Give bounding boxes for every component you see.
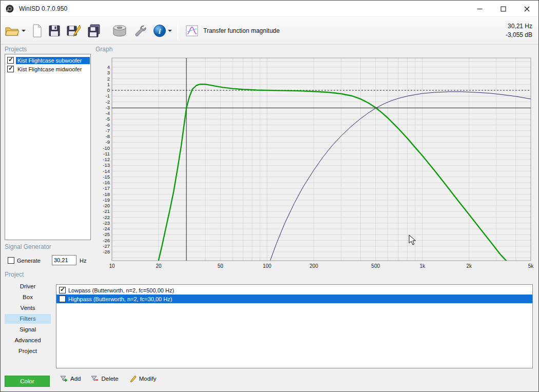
- svg-text:-14: -14: [103, 168, 110, 174]
- generate-label: Generate: [17, 258, 41, 264]
- add-filter-button[interactable]: Add: [60, 375, 81, 382]
- view-title: Transfer function magnitude: [203, 27, 280, 34]
- window-title: WinISD 0.7.0.950: [19, 5, 67, 12]
- close-icon: [524, 6, 530, 12]
- toolbar-separator: [178, 22, 178, 40]
- open-project-button[interactable]: [3, 21, 28, 41]
- nav-item-driver[interactable]: Driver: [5, 282, 51, 291]
- wrench-icon: [133, 24, 147, 37]
- svg-text:-10: -10: [103, 145, 110, 151]
- svg-text:-7: -7: [106, 128, 110, 133]
- svg-text:-15: -15: [103, 174, 110, 180]
- svg-text:-18: -18: [103, 191, 110, 197]
- svg-text:-6: -6: [106, 122, 110, 128]
- frequency-unit-label: Hz: [80, 258, 86, 264]
- modify-filter-label: Modify: [139, 376, 157, 382]
- open-folder-icon: [5, 25, 20, 37]
- new-project-button[interactable]: [30, 21, 44, 41]
- info-dropdown-arrow[interactable]: [168, 30, 172, 32]
- save-floppy-icon: [48, 25, 61, 37]
- svg-text:5k: 5k: [528, 263, 534, 269]
- svg-text:-24: -24: [103, 226, 110, 231]
- project-item-label[interactable]: Kist Flightcase midwoofer: [16, 66, 90, 73]
- color-button[interactable]: Color: [5, 376, 50, 387]
- svg-text:-8: -8: [106, 133, 110, 139]
- filter-list-item[interactable]: Lowpass (Butterworth, n=2, fc=500,00 Hz): [56, 286, 532, 295]
- graph-type-button[interactable]: [184, 21, 200, 41]
- info-icon: i: [153, 24, 166, 37]
- svg-text:-5: -5: [106, 116, 110, 122]
- save-all-icon: [87, 24, 101, 37]
- svg-text:1k: 1k: [419, 263, 426, 269]
- nav-item-filters[interactable]: Filters: [5, 314, 51, 324]
- graph-header: Graph: [95, 46, 112, 53]
- maximize-button[interactable]: [491, 1, 515, 17]
- svg-text:2k: 2k: [466, 263, 472, 269]
- tools-button[interactable]: [131, 21, 149, 41]
- svg-text:-9: -9: [106, 139, 110, 145]
- svg-text:-23: -23: [103, 220, 110, 226]
- svg-text:1: 1: [107, 82, 110, 87]
- projects-list[interactable]: Kist Flightcase subwoofer Kist Flightcas…: [5, 54, 91, 240]
- projects-header: Projects: [5, 46, 27, 53]
- svg-text:-2: -2: [106, 99, 110, 105]
- maximize-icon: [500, 6, 506, 12]
- svg-text:50: 50: [218, 263, 224, 269]
- filter-item-label[interactable]: Highpass (Butterworth, n=2, fc=30,00 Hz): [68, 296, 172, 302]
- checkbox-checked-icon[interactable]: [7, 66, 14, 72]
- save-button[interactable]: [46, 21, 63, 41]
- checkbox-checked-icon[interactable]: [7, 57, 14, 64]
- transfer-function-icon: [186, 25, 198, 36]
- cursor-frequency: 30,21 Hz: [506, 22, 532, 31]
- svg-text:-1: -1: [106, 93, 110, 99]
- minimize-button[interactable]: [468, 1, 491, 17]
- delete-filter-label: Delete: [101, 376, 118, 382]
- filters-list[interactable]: Lowpass (Butterworth, n=2, fc=500,00 Hz)…: [56, 284, 533, 368]
- save-as-pencil-icon: [67, 24, 81, 37]
- nav-item-box[interactable]: Box: [5, 292, 51, 302]
- project-item-label[interactable]: Kist Flightcase subwoofer: [16, 57, 90, 64]
- checkbox-checked-icon[interactable]: [59, 287, 66, 293]
- modify-filter-icon: [129, 375, 137, 382]
- svg-text:-4: -4: [106, 110, 110, 116]
- svg-text:500: 500: [371, 263, 380, 269]
- svg-text:-26: -26: [103, 238, 110, 243]
- svg-text:10: 10: [109, 263, 115, 269]
- nav-item-vents[interactable]: Vents: [5, 303, 51, 313]
- titlebar: WinISD 0.7.0.950: [1, 1, 538, 17]
- driver-cylinder-icon: [112, 24, 127, 37]
- nav-item-advanced[interactable]: Advanced: [5, 336, 51, 345]
- close-button[interactable]: [515, 1, 538, 17]
- driver-database-button[interactable]: [110, 21, 129, 41]
- cursor-readout: 30,21 Hz -3,055 dB: [506, 22, 532, 40]
- svg-text:-11: -11: [103, 151, 110, 156]
- nav-item-project[interactable]: Project: [5, 346, 51, 356]
- delete-filter-button[interactable]: Delete: [91, 375, 118, 382]
- filter-list-item[interactable]: Highpass (Butterworth, n=2, fc=30,00 Hz): [56, 295, 532, 303]
- svg-text:-12: -12: [103, 156, 110, 162]
- add-filter-icon: [60, 375, 68, 382]
- svg-text:-3: -3: [106, 105, 110, 110]
- app-icon: [5, 4, 14, 13]
- signal-generator-header: Signal Generator: [5, 243, 51, 250]
- svg-text:-19: -19: [103, 197, 110, 203]
- generator-frequency-input[interactable]: [52, 255, 76, 265]
- minimize-icon: [477, 6, 483, 12]
- nav-item-signal[interactable]: Signal: [5, 325, 51, 335]
- svg-text:-22: -22: [103, 214, 110, 220]
- save-as-button[interactable]: [65, 21, 83, 41]
- modify-filter-button[interactable]: Modify: [129, 375, 157, 382]
- filter-item-label[interactable]: Lowpass (Butterworth, n=2, fc=500,00 Hz): [68, 287, 174, 293]
- transfer-function-chart[interactable]: 43210-1-2-3-4-5-6-7-8-9-10-11-12-13-14-1…: [95, 54, 534, 273]
- svg-text:0: 0: [107, 87, 110, 93]
- open-dropdown-arrow[interactable]: [22, 30, 26, 32]
- svg-text:-13: -13: [103, 162, 110, 168]
- generate-checkbox[interactable]: [8, 257, 14, 264]
- project-list-item[interactable]: Kist Flightcase midwoofer: [5, 65, 90, 73]
- checkbox-unchecked-icon[interactable]: [59, 296, 66, 302]
- save-all-button[interactable]: [85, 21, 103, 41]
- info-button[interactable]: i: [151, 21, 174, 41]
- toolbar: i Transfer function magnitude 30,21 Hz -…: [1, 17, 538, 45]
- project-list-item[interactable]: Kist Flightcase subwoofer: [5, 56, 90, 65]
- svg-text:200: 200: [310, 263, 318, 269]
